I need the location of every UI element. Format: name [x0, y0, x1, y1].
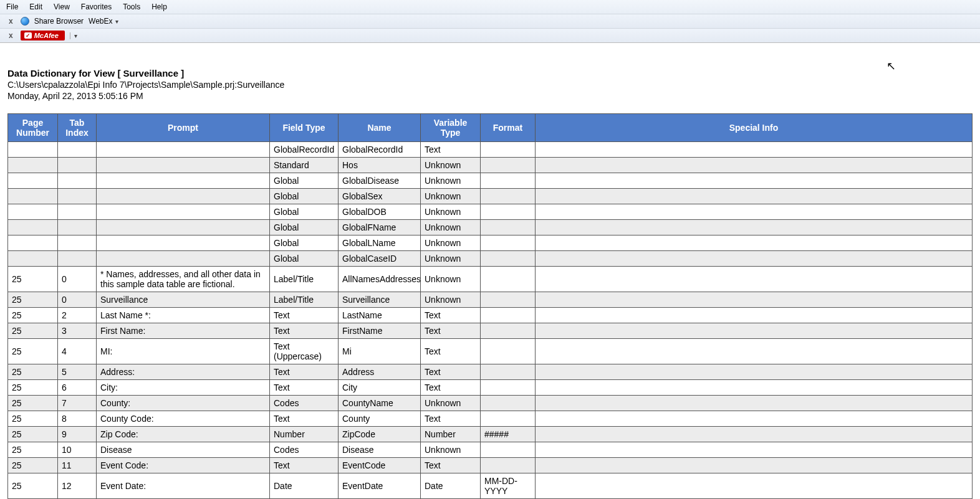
table-cell: Text	[421, 411, 481, 427]
table-cell	[481, 308, 536, 323]
table-cell	[8, 173, 58, 189]
col-tab-index: Tab Index	[58, 114, 97, 142]
table-cell: Text (Uppercase)	[270, 339, 339, 364]
col-field-type: Field Type	[270, 114, 339, 142]
table-cell	[8, 158, 58, 173]
table-cell: 25	[8, 427, 58, 442]
table-cell: Text	[270, 458, 339, 473]
close-icon[interactable]: x	[6, 17, 16, 26]
webex-dropdown[interactable]: WebEx	[89, 17, 118, 26]
table-cell	[481, 292, 536, 308]
table-cell: Global	[270, 235, 339, 251]
menu-tools[interactable]: Tools	[123, 2, 140, 11]
table-cell: EventDate	[339, 473, 421, 499]
table-cell: MM-DD-YYYY	[481, 473, 536, 499]
table-cell: County:	[97, 396, 270, 411]
table-cell: Date	[270, 473, 339, 499]
table-cell: Unknown	[421, 396, 481, 411]
table-row: 255Address:TextAddressText	[8, 364, 973, 380]
table-cell	[536, 364, 973, 380]
table-cell: Text	[421, 142, 481, 158]
data-dictionary-table: Page Number Tab Index Prompt Field Type …	[7, 113, 973, 499]
table-row: 254MI:Text (Uppercase)MiText	[8, 339, 973, 364]
table-cell: Unknown	[421, 173, 481, 189]
table-cell: Unknown	[421, 251, 481, 267]
table-cell: City	[339, 380, 421, 396]
table-cell	[8, 251, 58, 267]
table-cell	[536, 267, 973, 292]
table-row: 250SurveillanceLabel/TitleSurveillanceUn…	[8, 292, 973, 308]
table-cell	[536, 396, 973, 411]
table-cell: 25	[8, 364, 58, 380]
table-row: 253First Name:TextFirstNameText	[8, 323, 973, 339]
table-cell: 25	[8, 458, 58, 473]
table-cell	[8, 235, 58, 251]
table-cell: Unknown	[421, 292, 481, 308]
mcafee-dropdown-icon[interactable]: ▾	[70, 32, 77, 39]
table-cell	[8, 220, 58, 235]
table-cell: Text	[421, 458, 481, 473]
report-path: C:\Users\cpalazzola\Epi Info 7\Projects\…	[7, 80, 973, 90]
report-date: Monday, April 22, 2013 5:05:16 PM	[7, 91, 973, 101]
table-cell	[97, 220, 270, 235]
table-cell	[481, 411, 536, 427]
table-cell: 12	[58, 473, 97, 499]
table-cell	[536, 292, 973, 308]
table-cell: Unknown	[421, 204, 481, 220]
table-cell	[58, 251, 97, 267]
table-cell	[8, 204, 58, 220]
report-title: Data Dictionary for View [ Surveillance …	[7, 68, 973, 78]
table-row: GlobalGlobalDOBUnknown	[8, 204, 973, 220]
table-cell: Zip Code:	[97, 427, 270, 442]
table-cell: 0	[58, 267, 97, 292]
table-cell	[536, 411, 973, 427]
menu-help[interactable]: Help	[151, 2, 167, 11]
col-special-info: Special Info	[536, 114, 973, 142]
table-cell	[481, 442, 536, 458]
table-cell: 4	[58, 339, 97, 364]
table-cell: MI:	[97, 339, 270, 364]
table-cell: Text	[421, 380, 481, 396]
table-cell	[97, 204, 270, 220]
table-cell: 8	[58, 411, 97, 427]
table-cell: 25	[8, 339, 58, 364]
table-cell: 0	[58, 292, 97, 308]
table-cell: GlobalLName	[339, 235, 421, 251]
table-cell	[536, 220, 973, 235]
table-cell	[58, 173, 97, 189]
table-cell: Surveillance	[339, 292, 421, 308]
table-cell	[58, 189, 97, 204]
table-cell	[481, 364, 536, 380]
table-cell: 25	[8, 267, 58, 292]
table-cell: Disease	[97, 442, 270, 458]
table-cell	[481, 267, 536, 292]
table-cell: 25	[8, 380, 58, 396]
table-cell: Event Date:	[97, 473, 270, 499]
table-cell: First Name:	[97, 323, 270, 339]
table-cell	[536, 204, 973, 220]
menu-file[interactable]: File	[6, 2, 18, 11]
table-cell: Codes	[270, 442, 339, 458]
table-cell	[481, 323, 536, 339]
table-row: GlobalGlobalSexUnknown	[8, 189, 973, 204]
mcafee-badge[interactable]: McAfee	[21, 31, 65, 40]
table-cell: County Code:	[97, 411, 270, 427]
menu-view[interactable]: View	[54, 2, 70, 11]
table-cell	[58, 158, 97, 173]
table-cell: Text	[421, 308, 481, 323]
table-cell	[58, 142, 97, 158]
table-cell: Disease	[339, 442, 421, 458]
table-cell: 2	[58, 308, 97, 323]
share-browser-button[interactable]: Share Browser	[34, 17, 84, 26]
close-icon[interactable]: x	[6, 31, 16, 40]
menu-favorites[interactable]: Favorites	[81, 2, 112, 11]
table-cell: Unknown	[421, 189, 481, 204]
table-cell: 7	[58, 396, 97, 411]
table-row: GlobalGlobalCaseIDUnknown	[8, 251, 973, 267]
table-cell	[536, 339, 973, 364]
table-cell: ZipCode	[339, 427, 421, 442]
menu-edit[interactable]: Edit	[29, 2, 42, 11]
table-cell: Global	[270, 251, 339, 267]
table-cell	[481, 189, 536, 204]
table-row: 250* Names, addresses, and all other dat…	[8, 267, 973, 292]
